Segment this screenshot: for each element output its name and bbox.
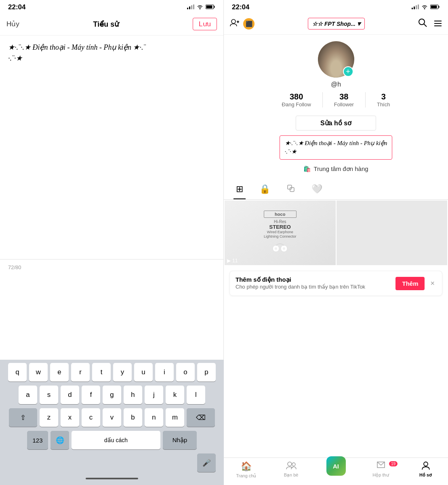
stat-following[interactable]: 380 Đang Follow bbox=[271, 92, 323, 108]
key-a[interactable]: a bbox=[19, 386, 37, 404]
svg-point-31 bbox=[292, 463, 295, 466]
nav-inbox[interactable]: 19 Hộp thư bbox=[358, 461, 403, 479]
svg-rect-6 bbox=[214, 6, 215, 8]
key-t[interactable]: t bbox=[92, 363, 111, 382]
svg-point-28 bbox=[275, 247, 277, 250]
menu-icon[interactable] bbox=[433, 19, 442, 29]
key-space[interactable]: dấu cách bbox=[72, 431, 160, 449]
stat-likes[interactable]: 3 Thích bbox=[366, 92, 402, 108]
search-icon[interactable] bbox=[418, 18, 427, 30]
following-label: Đang Follow bbox=[282, 101, 311, 108]
key-u[interactable]: u bbox=[134, 363, 153, 382]
tab-reposts[interactable] bbox=[278, 180, 303, 199]
keyboard[interactable]: q w e r t y u i o p a s d f g h j k l ⇧ … bbox=[0, 360, 224, 485]
profile-handle: @h bbox=[331, 81, 341, 88]
gold-coin-icon[interactable]: ⬛ bbox=[243, 18, 254, 30]
nav-ai[interactable]: AI bbox=[313, 461, 358, 479]
edit-profile-button[interactable]: Sửa hồ sơ bbox=[296, 116, 376, 131]
keyboard-bottom-bar bbox=[2, 474, 222, 483]
stat-follower[interactable]: 38 Follower bbox=[323, 92, 366, 108]
svg-rect-25 bbox=[290, 188, 294, 192]
key-backspace[interactable]: ⌫ bbox=[187, 408, 215, 427]
key-d[interactable]: d bbox=[61, 386, 79, 404]
key-numbers[interactable]: 123 bbox=[27, 431, 48, 449]
key-shift[interactable]: ⇧ bbox=[9, 408, 37, 427]
key-n[interactable]: n bbox=[145, 408, 163, 427]
key-i[interactable]: i bbox=[155, 363, 174, 382]
key-p[interactable]: p bbox=[197, 363, 216, 382]
svg-rect-10 bbox=[416, 5, 417, 9]
key-l[interactable]: l bbox=[187, 386, 205, 404]
username-label: ☆☆ FPT Shop... bbox=[312, 21, 355, 27]
add-phone-text: Thêm số điện thoại Cho phép người trong … bbox=[236, 276, 391, 291]
nav-home[interactable]: 🏠 Trang chủ bbox=[224, 461, 269, 479]
add-phone-banner: Thêm số điện thoại Cho phép người trong … bbox=[229, 271, 442, 296]
left-status-icons bbox=[187, 3, 215, 11]
save-button[interactable]: Lưu bbox=[193, 18, 217, 30]
key-x[interactable]: x bbox=[61, 408, 79, 427]
keyboard-row-4: 123 🌐 dấu cách Nhập bbox=[2, 431, 222, 449]
key-y[interactable]: y bbox=[113, 363, 132, 382]
ai-button[interactable]: AI bbox=[326, 456, 346, 476]
wifi-icon bbox=[197, 3, 203, 11]
key-b[interactable]: b bbox=[124, 408, 142, 427]
key-z[interactable]: z bbox=[40, 408, 58, 427]
profile-bio: ★·.¨·.★ Điện thoại - Máy tính - Phụ kiện… bbox=[280, 135, 393, 160]
svg-point-29 bbox=[283, 247, 285, 250]
key-mic[interactable]: 🎤 bbox=[197, 453, 216, 472]
friends-label: Bạn bè bbox=[284, 472, 299, 478]
key-k[interactable]: k bbox=[166, 386, 184, 404]
tabs-row: ⊞ 🔒 🤍 bbox=[224, 180, 448, 200]
close-button[interactable]: × bbox=[429, 278, 436, 289]
left-time: 22:04 bbox=[8, 3, 25, 11]
following-count: 380 bbox=[290, 92, 303, 101]
key-m[interactable]: m bbox=[166, 408, 184, 427]
play-count: 11 bbox=[232, 258, 238, 264]
key-h[interactable]: h bbox=[124, 386, 142, 404]
key-s[interactable]: s bbox=[40, 386, 58, 404]
key-g[interactable]: g bbox=[103, 386, 121, 404]
key-v[interactable]: v bbox=[103, 408, 121, 427]
add-phone-title: Thêm số điện thoại bbox=[236, 276, 391, 283]
svg-line-20 bbox=[424, 24, 427, 27]
key-r[interactable]: r bbox=[71, 363, 90, 382]
key-j[interactable]: j bbox=[145, 386, 163, 404]
nav-profile[interactable]: Hồ sơ bbox=[403, 461, 448, 479]
svg-point-30 bbox=[288, 462, 292, 466]
svg-point-32 bbox=[424, 462, 428, 466]
tab-private[interactable]: 🔒 bbox=[251, 180, 278, 199]
key-e[interactable]: e bbox=[50, 363, 69, 382]
tab-videos[interactable]: ⊞ bbox=[228, 180, 251, 199]
key-o[interactable]: o bbox=[176, 363, 195, 382]
key-c[interactable]: c bbox=[82, 408, 100, 427]
page-title: Tiểu sử bbox=[93, 20, 119, 29]
key-q[interactable]: q bbox=[8, 363, 27, 382]
bag-icon: 🛍️ bbox=[303, 165, 311, 173]
inbox-badge: 19 bbox=[389, 461, 398, 466]
svg-rect-11 bbox=[418, 4, 419, 9]
bio-text[interactable]: ★·.¨·.★ Điện thoại - Máy tính - Phụ kiện… bbox=[8, 42, 215, 64]
add-phone-button[interactable]: Thêm bbox=[395, 277, 425, 290]
nav-friends[interactable]: Bạn bè bbox=[269, 461, 313, 479]
home-icon: 🏠 bbox=[241, 461, 252, 472]
avatar-plus-button[interactable]: + bbox=[343, 66, 353, 77]
svg-rect-8 bbox=[412, 8, 413, 9]
order-center-label: Trung tâm đơn hàng bbox=[313, 165, 368, 173]
content-grid: hoco Hi-Res STEREO Wired EarphoneLightni… bbox=[224, 200, 448, 266]
add-user-button[interactable] bbox=[229, 18, 239, 30]
video-thumbnail-2[interactable] bbox=[337, 200, 448, 265]
video-thumbnail-1[interactable]: hoco Hi-Res STEREO Wired EarphoneLightni… bbox=[225, 200, 336, 265]
cancel-button[interactable]: Hủy bbox=[6, 20, 19, 28]
svg-rect-3 bbox=[193, 4, 194, 9]
order-center[interactable]: 🛍️ Trung tâm đơn hàng bbox=[303, 165, 368, 173]
key-emoji[interactable]: 🌐 bbox=[50, 431, 69, 449]
profile-section: + @h 380 Đang Follow 38 Follower 3 Thích… bbox=[224, 35, 448, 178]
key-w[interactable]: w bbox=[29, 363, 48, 382]
username-dropdown[interactable]: ☆☆ FPT Shop... ▾ bbox=[308, 18, 365, 30]
bottom-nav: 🏠 Trang chủ Bạn bè AI 19 Hộp thư Hồ sơ bbox=[224, 458, 448, 485]
likes-count: 3 bbox=[381, 92, 386, 101]
tab-liked[interactable]: 🤍 bbox=[303, 180, 330, 199]
avatar-wrapper[interactable]: + bbox=[318, 41, 354, 78]
key-f[interactable]: f bbox=[82, 386, 100, 404]
key-return[interactable]: Nhập bbox=[163, 431, 197, 449]
